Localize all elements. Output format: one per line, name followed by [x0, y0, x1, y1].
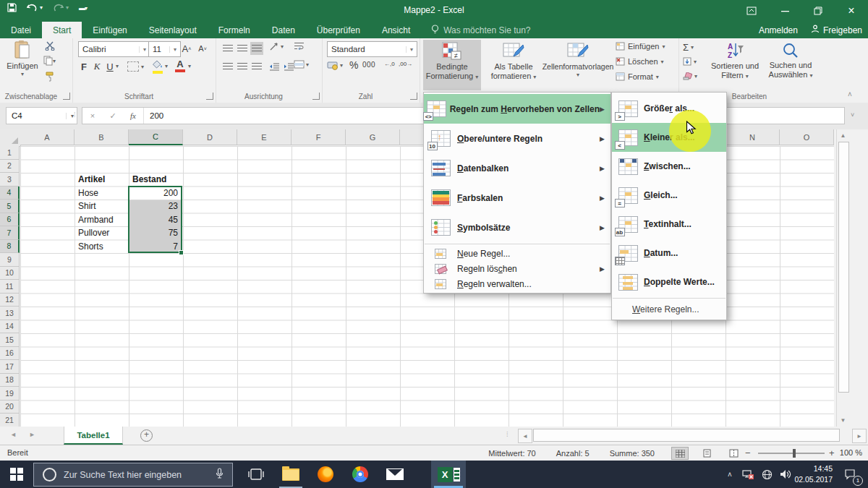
column-header-b[interactable]: B: [75, 129, 129, 145]
column-header-c[interactable]: C: [129, 129, 183, 145]
align-center-button[interactable]: [236, 60, 249, 73]
tab-start[interactable]: Start: [42, 22, 82, 38]
chrome-button[interactable]: [343, 461, 378, 488]
taskbar-search[interactable]: Zur Suche Text hier eingeben: [33, 463, 233, 487]
normal-view-button[interactable]: [671, 447, 689, 460]
orientation-button[interactable]: ▾: [269, 42, 284, 51]
row-header-10[interactable]: 10: [0, 267, 20, 281]
horizontal-scroll-thumb[interactable]: [533, 429, 840, 442]
bold-button[interactable]: F: [78, 60, 90, 73]
fill-color-button[interactable]: [152, 60, 163, 74]
tell-me-box[interactable]: Was möchten Sie tun?: [431, 22, 530, 38]
cf-submenu-item-gr-er-als-[interactable]: >Größer als...: [612, 94, 726, 123]
column-header-o[interactable]: O: [780, 129, 834, 145]
cell-styles-button[interactable]: Zellenformatvorlagen ▾: [546, 40, 610, 90]
row-header-7[interactable]: 7: [0, 226, 20, 240]
insert-function-icon[interactable]: fx: [123, 111, 143, 120]
format-painter-button[interactable]: [45, 72, 54, 82]
cf-menu-item-regeln-verwalten-[interactable]: Regeln verwalten...: [424, 276, 610, 291]
stat-1[interactable]: Anzahl: 5: [556, 449, 590, 458]
wrap-text-button[interactable]: [294, 42, 305, 50]
row-header-16[interactable]: 16: [0, 347, 20, 361]
excel-taskbar-button[interactable]: X: [431, 461, 466, 488]
action-center-button[interactable]: 1: [838, 461, 864, 488]
vertical-scrollbar[interactable]: ▲ ▼: [836, 129, 849, 427]
sort-filter-button[interactable]: AZ Sortieren undFiltern ▾: [707, 40, 762, 90]
tab-datei[interactable]: Datei: [0, 22, 42, 38]
zoom-slider[interactable]: [758, 453, 825, 454]
stat-0[interactable]: Mittelwert: 70: [488, 449, 535, 458]
zoom-in-button[interactable]: +: [829, 448, 835, 458]
column-header-d[interactable]: D: [183, 129, 237, 145]
new-sheet-button[interactable]: +: [140, 429, 153, 442]
tab-splitter[interactable]: ⁞: [506, 431, 509, 438]
prev-sheet-button[interactable]: ◄: [10, 431, 17, 438]
firefox-button[interactable]: [308, 461, 343, 488]
accounting-format-button[interactable]: ▾: [327, 61, 343, 70]
column-header-n[interactable]: N: [726, 129, 780, 145]
row-header-12[interactable]: 12: [0, 294, 20, 307]
align-right-button[interactable]: [250, 60, 263, 73]
column-header-g[interactable]: G: [346, 129, 400, 145]
underline-button[interactable]: U: [104, 60, 116, 73]
cancel-formula-icon[interactable]: ×: [82, 111, 103, 120]
page-layout-view-button[interactable]: [698, 447, 715, 460]
cf-submenu-item-weitere-regeln[interactable]: Weitere Regeln...: [612, 300, 726, 318]
decrease-indent-button[interactable]: [268, 60, 281, 73]
font-color-dropdown[interactable]: ▾: [188, 63, 191, 69]
find-select-button[interactable]: Suchen undAuswählen ▾: [764, 40, 817, 90]
clear-button[interactable]: ▾: [683, 72, 697, 80]
row-header-13[interactable]: 13: [0, 307, 20, 320]
task-view-button[interactable]: [239, 461, 273, 488]
align-middle-button[interactable]: [236, 42, 249, 55]
cf-submenu-item-zwischen-[interactable]: Zwischen...: [612, 152, 726, 181]
file-explorer-button[interactable]: [273, 461, 308, 488]
cf-submenu-item-doppelte-werte-[interactable]: Doppelte Werte...: [612, 267, 726, 296]
row-header-21[interactable]: 21: [0, 414, 20, 427]
next-sheet-button[interactable]: ►: [29, 431, 35, 438]
font-color-button[interactable]: A: [175, 59, 185, 72]
row-header-5[interactable]: 5: [0, 200, 20, 213]
row-header-6[interactable]: 6: [0, 213, 20, 227]
align-left-button[interactable]: [221, 60, 234, 73]
tab-daten[interactable]: Daten: [261, 22, 306, 38]
column-header-f[interactable]: F: [292, 129, 346, 145]
scroll-up-button[interactable]: ▲: [838, 129, 848, 141]
stat-2[interactable]: Summe: 350: [610, 449, 655, 458]
cf-menu-item-datenbalken[interactable]: Datenbalken▶: [424, 153, 610, 183]
fill-color-dropdown[interactable]: ▾: [165, 63, 168, 69]
paste-button[interactable]: Einfügen ▾: [4, 40, 41, 77]
tab-seitenlayout[interactable]: Seitenlayout: [138, 22, 208, 38]
tab-formeln[interactable]: Formeln: [208, 22, 261, 38]
cf-menu-item-farbskalen[interactable]: Farbskalen▶: [424, 183, 610, 213]
comma-style-button[interactable]: 000: [362, 61, 375, 69]
cf-menu-item-obere-untere-regeln[interactable]: ↑10Obere/untere Regeln▶: [424, 124, 610, 153]
enter-formula-icon[interactable]: ✓: [103, 111, 123, 121]
tab-ansicht[interactable]: Ansicht: [371, 22, 421, 38]
expand-formula-bar-button[interactable]: ˅: [851, 111, 854, 119]
italic-button[interactable]: K: [91, 60, 103, 73]
insert-cells-button[interactable]: Einfügen▾: [616, 42, 665, 51]
zoom-slider-thumb[interactable]: [793, 449, 796, 458]
row-header-11[interactable]: 11: [0, 280, 20, 294]
conditional-formatting-button[interactable]: ≠ BedingteFormatierung ▾: [423, 40, 481, 90]
alignment-dialog-launcher[interactable]: [312, 93, 320, 100]
horizontal-scrollbar[interactable]: [533, 429, 840, 442]
taskbar-clock[interactable]: 14:4502.05.2017: [788, 463, 833, 485]
cf-menu-item-neue-regel-[interactable]: Neue Regel...: [424, 246, 610, 261]
fill-handle[interactable]: [179, 250, 184, 255]
row-header-8[interactable]: 8: [0, 240, 20, 254]
clipboard-dialog-launcher[interactable]: [63, 93, 70, 100]
align-bottom-button[interactable]: [250, 42, 263, 55]
align-top-button[interactable]: [221, 42, 234, 55]
share-button[interactable]: Freigeben: [811, 25, 862, 35]
column-header-a[interactable]: A: [20, 129, 75, 145]
column-header-e[interactable]: E: [237, 129, 292, 145]
tab-einfügen[interactable]: Einfügen: [82, 22, 137, 38]
zoom-level[interactable]: 100 %: [840, 448, 862, 457]
show-hidden-icons-button[interactable]: ˄: [722, 461, 738, 488]
copy-button[interactable]: ▾: [43, 56, 56, 66]
hscroll-left-button[interactable]: ◄: [518, 429, 532, 443]
increase-font-button[interactable]: A˄: [179, 41, 194, 56]
percent-style-button[interactable]: %: [349, 59, 358, 71]
